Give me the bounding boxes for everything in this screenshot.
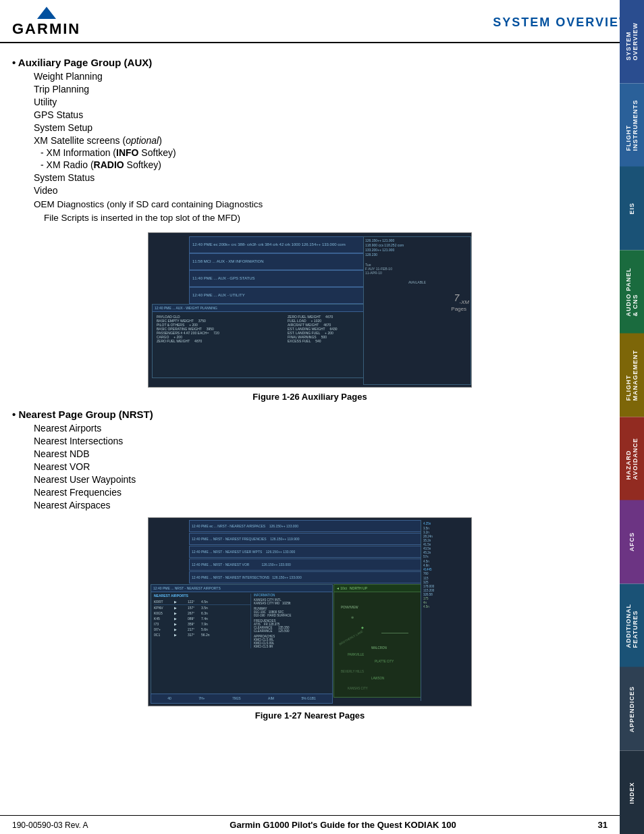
sidebar-item-eis[interactable]: EIS — [620, 167, 644, 251]
page-footer: 190-00590-03 Rev. A Garmin G1000 Pilot's… — [0, 815, 620, 834]
nrst-item-vor: Nearest VOR — [34, 461, 608, 472]
aux-item-system-status: System Status — [34, 172, 608, 183]
aux-item-system-setup: System Setup — [34, 122, 608, 133]
aux-item-video: Video — [34, 185, 608, 196]
aux-oem-note: OEM Diagnostics (only if SD card contain… — [34, 198, 608, 226]
figure-1-27-image: 12:40 PME ec ... NRST - NEAREST AIRSPACE… — [148, 517, 472, 706]
aux-item-trip-planning: Trip Planning — [34, 84, 608, 95]
figure-1-27-container: 12:40 PME ec ... NRST - NEAREST AIRSPACE… — [12, 517, 608, 721]
nrst-item-airspaces: Nearest Airspaces — [34, 500, 608, 511]
sidebar-item-additional[interactable]: ADDITIONALFEATURES — [620, 584, 644, 668]
sidebar-tabs: SYSTEMOVERVIEW FLIGHTINSTRUMENTS EIS AUD… — [620, 0, 644, 834]
footer-doc-number: 190-00590-03 Rev. A — [12, 820, 88, 830]
aux-heading-row: • Auxiliary Page Group (AUX) — [12, 57, 608, 68]
footer-page-number: 31 — [598, 820, 608, 830]
nrst-heading: • Nearest Page Group (NRST) — [12, 409, 153, 420]
aux-item-gps-status: GPS Status — [34, 109, 608, 120]
aux-heading: • Auxiliary Page Group (AUX) — [12, 57, 152, 68]
sidebar-item-hazard[interactable]: HAZARDAVOIDANCE — [620, 417, 644, 501]
nrst-item-frequencies: Nearest Frequencies — [34, 487, 608, 498]
aux-item-weight-planning: Weight Planning — [34, 71, 608, 82]
aux-item-xm-satellite: XM Satellite screens (optional) — [34, 135, 608, 146]
sidebar-item-appendices[interactable]: APPENDICES — [620, 667, 644, 751]
aux-item-xm-radio: - XM Radio (RADIO Softkey) — [41, 159, 608, 170]
nrst-item-ndb: Nearest NDB — [34, 448, 608, 459]
garmin-logo: GARMIN — [12, 7, 80, 38]
sidebar-item-audio[interactable]: AUDIO PANEL& CNS — [620, 251, 644, 334]
figure-1-26-image: 12:40 PME ec 200k+ crc 388- crk3f- crk 3… — [148, 232, 472, 388]
nrst-heading-row: • Nearest Page Group (NRST) — [12, 409, 608, 420]
garmin-triangle-icon — [37, 7, 56, 19]
sidebar-item-afcs[interactable]: AFCS — [620, 500, 644, 584]
main-content: • Auxiliary Page Group (AUX) Weight Plan… — [0, 43, 620, 734]
figure-1-26-caption: Figure 1-26 Auxiliary Pages — [252, 392, 367, 402]
sidebar-item-system[interactable]: SYSTEMOVERVIEW — [620, 0, 644, 84]
sidebar-item-flight-mgmt[interactable]: FLIGHTMANAGEMENT — [620, 334, 644, 417]
nrst-item-airports: Nearest Airports — [34, 423, 608, 434]
figure-1-26-container: 12:40 PME ec 200k+ crc 388- crk3f- crk 3… — [12, 232, 608, 402]
nrst-item-user-waypoints: Nearest User Waypoints — [34, 474, 608, 485]
nrst-item-intersections: Nearest Intersections — [34, 436, 608, 446]
page-title: SYSTEM OVERVIEW — [493, 16, 632, 30]
page-header: GARMIN SYSTEM OVERVIEW — [0, 0, 644, 43]
aux-item-xm-info: - XM Information (INFO Softkey) — [41, 147, 608, 158]
figure-1-27-caption: Figure 1-27 Nearest Pages — [255, 710, 365, 721]
sidebar-item-flight-instruments[interactable]: FLIGHTINSTRUMENTS — [620, 84, 644, 167]
garmin-wordmark: GARMIN — [12, 20, 80, 38]
aux-item-utility: Utility — [34, 97, 608, 107]
footer-guide-title: Garmin G1000 Pilot's Guide for the Quest… — [230, 820, 456, 830]
sidebar-item-index[interactable]: INDEX — [620, 751, 644, 835]
